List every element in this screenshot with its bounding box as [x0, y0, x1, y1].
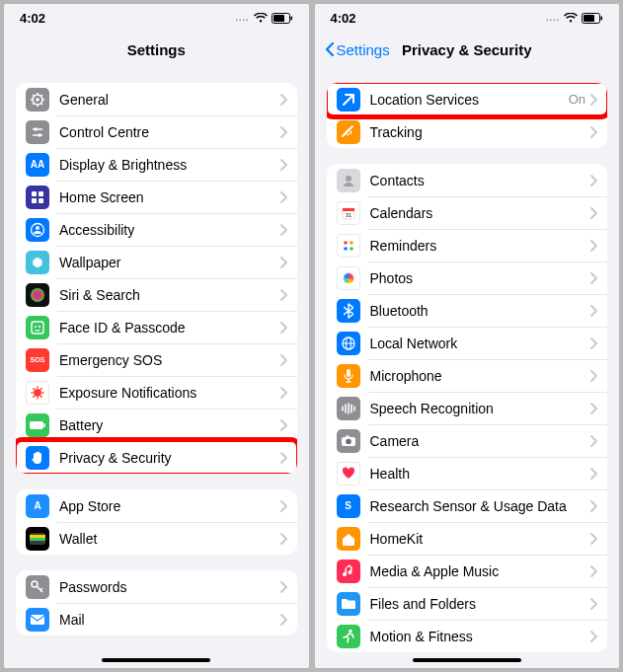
chevron-right-icon	[589, 337, 597, 349]
row-privacy[interactable]: Privacy & Security	[16, 441, 297, 474]
chevron-right-icon	[589, 207, 597, 219]
chevron-right-icon	[589, 565, 597, 577]
row-label: Microphone	[370, 368, 590, 384]
svg-rect-2	[290, 16, 292, 20]
row-passwords[interactable]: Passwords	[16, 570, 297, 603]
localnet-icon	[337, 332, 360, 355]
row-contacts[interactable]: Contacts	[327, 164, 608, 196]
svg-point-40	[33, 388, 35, 390]
row-label: Photos	[370, 270, 590, 286]
svg-point-33	[39, 326, 40, 328]
row-tracking[interactable]: Tracking	[327, 115, 608, 148]
svg-point-62	[344, 247, 348, 251]
row-mail[interactable]: Mail	[16, 603, 297, 635]
chevron-right-icon	[589, 175, 597, 187]
chevron-right-icon	[279, 159, 287, 171]
row-accessibility[interactable]: Accessibility	[16, 213, 297, 246]
chevron-right-icon	[589, 533, 597, 545]
phone-privacy: 4:02 .... Settings Privacy & Security Lo…	[315, 4, 620, 668]
row-reminders[interactable]: Reminders	[327, 229, 608, 261]
svg-rect-47	[30, 538, 45, 541]
battery-icon	[26, 413, 49, 437]
chevron-right-icon	[279, 94, 287, 106]
row-label: Camera	[370, 433, 590, 449]
row-label: Accessibility	[59, 222, 279, 238]
row-faceid[interactable]: Face ID & Passcode	[16, 311, 297, 343]
row-media[interactable]: Media & Apple Music	[327, 555, 608, 587]
row-label: Health	[370, 466, 590, 482]
row-wallpaper[interactable]: Wallpaper	[16, 246, 297, 278]
row-wallet[interactable]: Wallet	[16, 522, 297, 555]
chevron-right-icon	[589, 403, 597, 414]
row-label: Motion & Fitness	[370, 629, 590, 644]
svg-point-4	[36, 98, 39, 102]
chevron-right-icon	[589, 370, 597, 382]
privacy-list[interactable]: Location ServicesOnTrackingContacts31Cal…	[315, 67, 620, 668]
row-label: Emergency SOS	[59, 352, 279, 368]
svg-line-8	[33, 103, 34, 104]
row-motion[interactable]: Motion & Fitness	[327, 620, 608, 652]
row-siri[interactable]: Siri & Search	[16, 278, 297, 311]
row-homescreen[interactable]: Home Screen	[16, 181, 297, 213]
battery-icon	[272, 13, 293, 24]
row-calendars[interactable]: 31Calendars	[327, 196, 608, 229]
row-label: Battery	[59, 417, 279, 433]
chevron-right-icon	[589, 500, 597, 512]
general-icon	[26, 88, 49, 112]
home-indicator[interactable]	[413, 658, 521, 662]
svg-rect-20	[39, 198, 43, 203]
row-speech[interactable]: Speech Recognition	[327, 392, 608, 424]
home-indicator[interactable]	[102, 658, 210, 662]
row-label: Location Services	[370, 92, 569, 108]
svg-line-10	[33, 95, 34, 96]
status-bar: 4:02 ....	[4, 4, 309, 32]
accessibility-icon	[26, 218, 49, 242]
row-battery[interactable]: Battery	[16, 409, 297, 441]
row-homekit[interactable]: HomeKit	[327, 522, 608, 555]
row-general[interactable]: General	[16, 83, 297, 115]
row-label: Privacy & Security	[59, 450, 279, 466]
row-display[interactable]: AADisplay & Brightness	[16, 148, 297, 181]
wallet-icon	[26, 527, 49, 551]
chevron-right-icon	[279, 419, 287, 431]
privacy-icon	[26, 446, 49, 470]
row-appstore[interactable]: AApp Store	[16, 489, 297, 522]
passwords-icon	[26, 575, 49, 599]
row-control-centre[interactable]: Control Centre	[16, 115, 297, 148]
svg-point-55	[346, 129, 350, 134]
row-label: Speech Recognition	[370, 401, 590, 416]
row-research[interactable]: SResearch Sensor & Usage Data	[327, 489, 608, 522]
row-label: Reminders	[370, 238, 590, 254]
chevron-right-icon	[589, 126, 597, 138]
chevron-right-icon	[279, 257, 287, 268]
chevron-right-icon	[279, 387, 287, 399]
row-mic[interactable]: Microphone	[327, 359, 608, 392]
svg-rect-46	[30, 535, 45, 538]
chevron-left-icon	[325, 41, 335, 57]
wallpaper-icon	[26, 251, 49, 274]
location-icon	[337, 88, 360, 112]
back-button[interactable]: Settings	[325, 41, 390, 58]
row-exposure[interactable]: Exposure Notifications	[16, 376, 297, 409]
chevron-right-icon	[589, 435, 597, 447]
row-location[interactable]: Location ServicesOn	[327, 83, 608, 115]
row-label: App Store	[59, 498, 279, 514]
contacts-icon	[337, 169, 360, 192]
svg-point-35	[42, 392, 44, 394]
appstore-icon: A	[26, 494, 49, 518]
svg-point-32	[35, 326, 37, 328]
chevron-right-icon	[279, 533, 287, 545]
row-localnet[interactable]: Local Network	[327, 327, 608, 359]
row-label: Siri & Search	[59, 287, 279, 303]
settings-list[interactable]: GeneralControl CentreAADisplay & Brightn…	[4, 67, 309, 668]
chevron-right-icon	[279, 354, 287, 366]
row-camera[interactable]: Camera	[327, 424, 608, 457]
row-files[interactable]: Files and Folders	[327, 587, 608, 620]
svg-rect-75	[347, 369, 350, 377]
row-health[interactable]: Health	[327, 457, 608, 489]
row-photos[interactable]: Photos	[327, 261, 608, 294]
display-icon: AA	[26, 153, 49, 177]
row-sos[interactable]: SOSEmergency SOS	[16, 343, 297, 376]
homekit-icon	[337, 527, 360, 551]
row-bluetooth[interactable]: Bluetooth	[327, 294, 608, 327]
